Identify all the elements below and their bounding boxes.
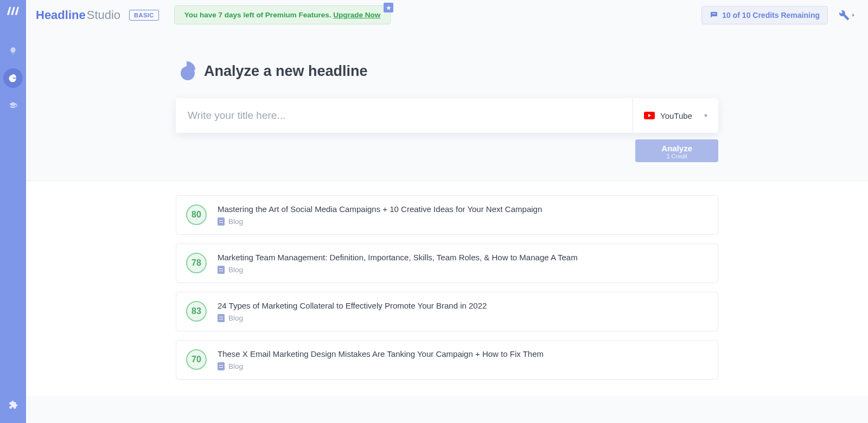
headline-history: 80 Mastering the Art of Social Media Cam… — [26, 181, 868, 396]
premium-banner-text: You have 7 days left of Premium Features… — [184, 11, 333, 19]
main-content: HeadlineStudio BASIC You have 7 days lef… — [26, 0, 868, 423]
document-icon — [218, 314, 225, 322]
history-item-type: Blog — [228, 314, 243, 322]
history-item-type: Blog — [228, 266, 243, 274]
score-badge: 83 — [186, 301, 207, 322]
history-item-type: Blog — [228, 362, 243, 370]
sidebar-item-extension[interactable] — [3, 395, 23, 414]
hero-title-row: Analyze a new headline — [176, 61, 718, 81]
history-item-body: Mastering the Art of Social Media Campai… — [218, 204, 542, 226]
sidebar — [0, 0, 26, 423]
history-item-body: Marketing Team Management: Definition, I… — [218, 253, 578, 274]
chevron-down-icon: ▾ — [704, 112, 707, 119]
analyze-button[interactable]: Analyze 1 Credit — [635, 139, 718, 162]
document-icon — [218, 266, 225, 274]
score-badge: 80 — [186, 204, 207, 225]
history-item[interactable]: 78 Marketing Team Management: Definition… — [176, 243, 718, 283]
sidebar-item-learn[interactable] — [3, 95, 23, 115]
brand-name-light: Studio — [87, 8, 120, 22]
history-item[interactable]: 80 Mastering the Art of Social Media Cam… — [176, 195, 718, 235]
tools-menu[interactable] — [833, 10, 858, 21]
upgrade-link[interactable]: Upgrade Now — [333, 11, 380, 19]
wrench-icon — [839, 10, 850, 21]
page-title: Analyze a new headline — [204, 63, 368, 80]
sidebar-item-analyze[interactable] — [3, 68, 23, 88]
history-item-title: Marketing Team Management: Definition, I… — [218, 253, 578, 262]
logo-icon — [6, 5, 20, 19]
history-item[interactable]: 70 These X Email Marketing Design Mistak… — [176, 340, 718, 380]
bookmark-icon: ★ — [384, 3, 393, 12]
graduation-cap-icon — [9, 101, 17, 110]
lightbulb-icon — [9, 47, 17, 55]
puzzle-icon — [9, 400, 18, 409]
app-logo[interactable] — [5, 4, 21, 20]
sidebar-item-ideas[interactable] — [3, 41, 23, 61]
pie-chart-icon — [176, 61, 195, 81]
document-icon — [218, 217, 225, 226]
score-badge: 78 — [186, 253, 207, 273]
document-icon — [218, 362, 225, 370]
analyze-button-label: Analyze — [661, 144, 692, 153]
history-item-meta: Blog — [218, 362, 544, 370]
history-item-body: These X Email Marketing Design Mistakes … — [218, 349, 544, 370]
history-item-body: 24 Types of Marketing Collateral to Effe… — [218, 301, 487, 322]
header-bar: HeadlineStudio BASIC You have 7 days lef… — [26, 0, 868, 30]
pie-chart-icon — [8, 73, 18, 83]
platform-selector[interactable]: YouTube ▾ — [633, 98, 718, 133]
analyze-button-cost: 1 Credit — [666, 153, 687, 160]
credits-text: 10 of 10 Credits Remaining — [722, 11, 820, 20]
credits-icon — [710, 11, 718, 20]
history-item-type: Blog — [228, 217, 243, 226]
chevron-right-icon — [851, 12, 856, 18]
analyze-hero: Analyze a new headline YouTube ▾ Analyze… — [26, 30, 868, 181]
history-item-title: These X Email Marketing Design Mistakes … — [218, 349, 544, 358]
platform-label: YouTube — [660, 111, 692, 120]
history-item-title: Mastering the Art of Social Media Campai… — [218, 204, 542, 214]
premium-banner: You have 7 days left of Premium Features… — [174, 5, 391, 24]
history-item-meta: Blog — [218, 314, 487, 322]
headline-input-card: YouTube ▾ — [176, 98, 718, 133]
history-item-meta: Blog — [218, 266, 578, 274]
credits-remaining[interactable]: 10 of 10 Credits Remaining — [701, 6, 828, 24]
plan-badge: BASIC — [129, 10, 159, 21]
history-item-meta: Blog — [218, 217, 542, 226]
headline-input[interactable] — [176, 98, 633, 133]
brand: HeadlineStudio — [36, 8, 120, 22]
youtube-icon — [644, 112, 655, 119]
score-badge: 70 — [186, 349, 207, 370]
brand-name-strong: Headline — [36, 8, 86, 22]
history-item[interactable]: 83 24 Types of Marketing Collateral to E… — [176, 292, 718, 331]
history-item-title: 24 Types of Marketing Collateral to Effe… — [218, 301, 487, 310]
